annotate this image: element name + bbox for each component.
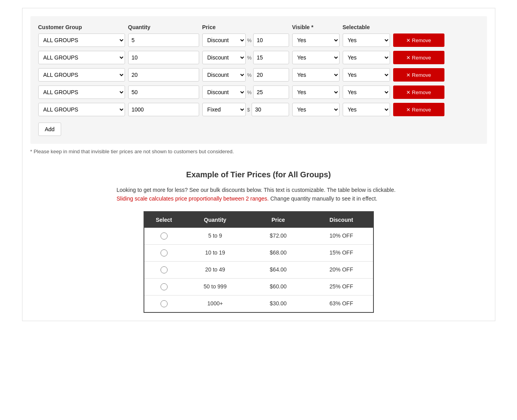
price-value-input[interactable] — [253, 68, 289, 82]
tier-discount: 10% OFF — [310, 228, 373, 244]
list-item[interactable]: 50 to 999 $60.00 25% OFF — [144, 279, 373, 295]
tier-display-table: Select Quantity Price Discount 5 to 9 $7… — [144, 211, 374, 313]
col-header-price: Price — [247, 212, 310, 228]
table-row: ALL GROUPS Discount Fixed % YesNo YesNo … — [38, 85, 479, 99]
price-value-input[interactable] — [253, 51, 289, 64]
quantity-input[interactable] — [128, 68, 199, 82]
visible-select[interactable]: YesNo — [292, 68, 340, 82]
example-desc-red: Sliding scale calculates price proportio… — [117, 195, 269, 202]
table-row: ALL GROUPS Discount Fixed $ YesNo YesNo … — [38, 103, 479, 116]
example-section: Example of Tier Prices (for All Groups) … — [30, 170, 487, 313]
visible-select[interactable]: YesNo — [292, 85, 340, 99]
remove-button[interactable]: ✕ Remove — [393, 68, 444, 82]
tier-radio[interactable] — [161, 249, 168, 256]
price-type-select[interactable]: Discount Fixed — [202, 33, 246, 47]
tier-quantity: 1000+ — [184, 295, 247, 312]
visible-select[interactable]: YesNo — [292, 103, 340, 116]
selectable-cell: YesNo — [343, 33, 390, 47]
col-header-select: Select — [144, 212, 184, 228]
selectable-select[interactable]: YesNo — [343, 51, 390, 64]
radio-cell[interactable] — [144, 262, 184, 278]
list-item[interactable]: 5 to 9 $72.00 10% OFF — [144, 228, 373, 245]
table-row: ALL GROUPS Discount Fixed % YesNo YesNo … — [38, 33, 479, 47]
radio-cell[interactable] — [144, 245, 184, 261]
header-selectable: Selectable — [343, 24, 390, 30]
price-cell: Discount Fixed % — [202, 51, 289, 64]
remove-button[interactable]: ✕ Remove — [393, 85, 444, 99]
example-title: Example of Tier Prices (for All Groups) — [30, 170, 487, 179]
tier-radio[interactable] — [161, 300, 168, 307]
customer-group-select[interactable]: ALL GROUPS — [38, 51, 125, 64]
tier-radio[interactable] — [161, 283, 168, 290]
price-cell: Discount Fixed % — [202, 68, 289, 82]
visible-cell: YesNo — [292, 85, 340, 99]
price-prefix: % — [247, 89, 252, 95]
selectable-select[interactable]: YesNo — [343, 33, 390, 47]
table-row: ALL GROUPS Discount Fixed % YesNo YesNo … — [38, 68, 479, 82]
remove-button[interactable]: ✕ Remove — [393, 33, 444, 47]
selectable-select[interactable]: YesNo — [343, 103, 390, 116]
customer-group-select[interactable]: ALL GROUPS — [38, 103, 125, 116]
radio-cell[interactable] — [144, 228, 184, 244]
selectable-cell: YesNo — [343, 103, 390, 116]
selectable-cell: YesNo — [343, 68, 390, 82]
visible-select[interactable]: YesNo — [292, 51, 340, 64]
quantity-input[interactable] — [128, 85, 199, 99]
visible-select[interactable]: YesNo — [292, 33, 340, 47]
tier-price: $68.00 — [247, 245, 310, 261]
price-type-select[interactable]: Discount Fixed — [202, 85, 246, 99]
table-row: ALL GROUPS Discount Fixed % YesNo YesNo … — [38, 51, 479, 64]
customer-group-select[interactable]: ALL GROUPS — [38, 68, 125, 82]
col-header-discount: Discount — [310, 212, 373, 228]
quantity-input[interactable] — [128, 103, 199, 116]
selectable-cell: YesNo — [343, 51, 390, 64]
list-item[interactable]: 10 to 19 $68.00 15% OFF — [144, 245, 373, 262]
example-desc-plain: Looking to get more for less? See our bu… — [117, 187, 396, 193]
page-wrapper: Customer Group Quantity Price Visible * … — [22, 8, 495, 321]
tier-config-section: Customer Group Quantity Price Visible * … — [30, 16, 487, 144]
tier-radio[interactable] — [161, 232, 168, 240]
customer-group-select[interactable]: ALL GROUPS — [38, 33, 125, 47]
tier-price: $72.00 — [247, 228, 310, 244]
tier-price: $30.00 — [247, 295, 310, 312]
remove-button[interactable]: ✕ Remove — [393, 51, 444, 64]
radio-cell[interactable] — [144, 279, 184, 295]
header-customer-group: Customer Group — [38, 24, 125, 30]
price-type-select[interactable]: Discount Fixed — [202, 51, 246, 64]
customer-group-select[interactable]: ALL GROUPS — [38, 85, 125, 99]
visible-cell: YesNo — [292, 68, 340, 82]
price-prefix: % — [247, 55, 252, 61]
price-value-input[interactable] — [253, 85, 289, 99]
list-item[interactable]: 1000+ $30.00 63% OFF — [144, 295, 373, 312]
price-value-input[interactable] — [253, 33, 289, 47]
visible-cell: YesNo — [292, 103, 340, 116]
col-header-quantity: Quantity — [184, 212, 247, 228]
tier-quantity: 10 to 19 — [184, 245, 247, 261]
selectable-select[interactable]: YesNo — [343, 85, 390, 99]
selectable-select[interactable]: YesNo — [343, 68, 390, 82]
visible-cell: YesNo — [292, 51, 340, 64]
price-cell: Discount Fixed % — [202, 85, 289, 99]
tier-radio[interactable] — [161, 266, 168, 273]
visible-cell: YesNo — [292, 33, 340, 47]
tier-price: $64.00 — [247, 262, 310, 278]
tier-discount: 25% OFF — [310, 279, 373, 295]
radio-cell[interactable] — [144, 295, 184, 312]
quantity-input[interactable] — [128, 33, 199, 47]
add-button[interactable]: Add — [38, 123, 62, 136]
tier-discount: 20% OFF — [310, 262, 373, 278]
price-value-input[interactable] — [252, 103, 289, 116]
tier-price: $60.00 — [247, 279, 310, 295]
remove-button[interactable]: ✕ Remove — [393, 103, 444, 116]
price-prefix: % — [247, 72, 252, 78]
example-desc-end: Change quantity manually to see it in ef… — [270, 195, 377, 202]
tier-discount: 15% OFF — [310, 245, 373, 261]
list-item[interactable]: 20 to 49 $64.00 20% OFF — [144, 262, 373, 279]
tier-quantity: 20 to 49 — [184, 262, 247, 278]
price-type-select[interactable]: Discount Fixed — [202, 68, 246, 82]
price-type-select[interactable]: Discount Fixed — [202, 103, 246, 116]
tier-quantity: 5 to 9 — [184, 228, 247, 244]
price-cell: Discount Fixed % — [202, 33, 289, 47]
header-actions — [393, 24, 444, 30]
quantity-input[interactable] — [128, 51, 199, 64]
